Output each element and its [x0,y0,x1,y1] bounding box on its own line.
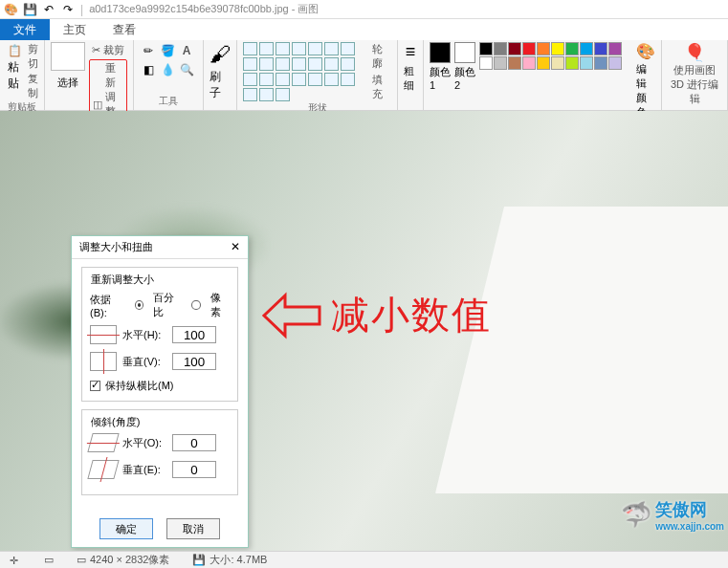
paint-app-icon: 🎨 [4,3,17,16]
shapes-gallery[interactable] [243,42,368,101]
group-tools: ✏ 🪣 A ◧ 💧 🔍 工具 [134,40,204,110]
group-paint3d[interactable]: 🎈 使用画图 3D 进行编辑 [662,40,728,110]
horizontal-input[interactable] [172,326,216,343]
color-swatch[interactable] [580,56,593,70]
ok-button[interactable]: 确定 [99,518,153,539]
radio-percent[interactable] [135,300,143,310]
brush-icon: 🖌 [210,42,231,67]
group-size: ≡ 粗细 [398,40,424,110]
group-brush: 🖌 刷子 [204,40,237,110]
dimensions-label: ▭ 4240 × 2832像素 [77,553,169,567]
group-clipboard: 📋 粘贴 剪切 复制 剪贴板 [0,40,45,110]
radio-pixels[interactable] [191,300,200,310]
shark-icon: 🦈 [621,500,651,530]
crop-icon: ✂ [92,44,100,56]
skew-v-icon [87,460,119,479]
cancel-button[interactable]: 取消 [166,518,220,539]
eyedropper-icon[interactable]: 💧 [159,61,176,78]
filesize-label: 💾 大小: 4.7MB [192,553,267,567]
color2-button[interactable]: 颜色 2 [454,42,475,91]
canvas-area[interactable]: 调整大小和扭曲 ✕ 重新调整大小 依据(B): 百分比 像素 水平(H): [0,111,728,551]
tab-home[interactable]: 主页 [50,19,99,40]
color-swatch[interactable] [508,42,521,55]
vertical-input[interactable] [172,353,216,370]
color-swatch[interactable] [565,56,579,70]
color-swatch[interactable] [565,42,579,55]
status-bar: ✛ ▭ ▭ 4240 × 2832像素 💾 大小: 4.7MB [0,551,728,568]
tab-view[interactable]: 查看 [99,19,149,40]
color-swatch[interactable] [580,42,593,55]
skew-h-input[interactable] [172,434,216,451]
horizontal-icon [90,325,117,344]
color-swatch[interactable] [594,56,607,70]
eraser-icon[interactable]: ◧ [140,61,157,78]
select-region-icon[interactable] [51,42,85,71]
edit-colors-button[interactable]: 🎨 编辑颜色 [636,42,655,120]
shape-outline-button[interactable]: 轮廓 [372,42,392,71]
cursor-pos-icon: ✛ [10,555,21,566]
resize-icon: ◫ [93,98,102,111]
selection-icon: ▭ [44,554,54,566]
close-icon[interactable]: ✕ [231,240,240,254]
save-icon[interactable]: 💾 [23,3,36,16]
color-swatch[interactable] [594,42,607,55]
group-shapes: 轮廓 填充 形状 [237,40,398,110]
resize-legend: 重新调整大小 [88,273,157,287]
color-swatch[interactable] [608,42,622,55]
crop-button[interactable]: ✂裁剪 [89,42,127,58]
undo-icon[interactable]: ↶ [42,3,55,16]
skew-legend: 倾斜(角度) [88,415,143,429]
resize-skew-dialog: 调整大小和扭曲 ✕ 重新调整大小 依据(B): 百分比 像素 水平(H): [71,235,249,548]
color-swatch[interactable] [551,42,564,55]
clipboard-icon: 📋 [8,44,22,57]
dialog-title: 调整大小和扭曲 [79,240,153,254]
color1-button[interactable]: 颜色 1 [430,42,451,91]
maintain-ratio-checkbox[interactable] [90,381,100,391]
skew-h-icon [87,433,119,452]
paste-button[interactable]: 📋 粘贴 [6,42,24,94]
color-swatch[interactable] [494,56,507,70]
color-swatch[interactable] [522,56,536,70]
color-swatch[interactable] [479,56,493,70]
watermark: 🦈 笑傲网 www.xajjn.com [621,498,724,532]
select-button[interactable]: 选择 [57,76,78,90]
annotation: 减小数值 [258,289,492,341]
ribbon: 📋 粘贴 剪切 复制 剪贴板 选择 ✂裁剪 ◫重新调整大小 ⟳旋转 图像 [0,40,728,111]
zoom-icon[interactable]: 🔍 [178,61,195,78]
group-image: 选择 ✂裁剪 ◫重新调整大小 ⟳旋转 图像 [45,40,134,110]
shape-fill-button[interactable]: 填充 [372,73,392,101]
balloon-icon: 🎈 [684,42,705,63]
by-label: 依据(B): [90,293,125,318]
ribbon-tabs: 文件 主页 查看 [0,19,728,40]
color-swatch[interactable] [522,42,536,55]
palette-icon: 🎨 [636,42,655,60]
color-swatch[interactable] [494,42,507,55]
tab-file[interactable]: 文件 [0,19,50,40]
brush-button[interactable]: 🖌 刷子 [210,42,231,101]
copy-button[interactable]: 复制 [28,72,38,100]
color-swatch[interactable] [508,56,521,70]
window-title: a0d173ce9a9992c154b6e39078fc00bb.jpg - 画… [89,2,319,16]
vertical-icon [90,352,117,371]
text-icon[interactable]: A [178,42,195,59]
title-bar: 🎨 💾 ↶ ↷ | a0d173ce9a9992c154b6e39078fc00… [0,0,728,19]
color-palette[interactable] [479,42,632,70]
line-width-icon[interactable]: ≡ [406,42,416,62]
color-swatch[interactable] [608,56,622,70]
color-swatch[interactable] [537,42,550,55]
color-swatch[interactable] [479,42,493,55]
fill-icon[interactable]: 🪣 [159,42,176,59]
redo-icon[interactable]: ↷ [61,3,75,16]
color-swatch[interactable] [537,56,550,70]
group-colors: 颜色 1 颜色 2 🎨 编辑颜色 颜色 [424,40,662,110]
color-swatch[interactable] [551,56,564,70]
pencil-icon[interactable]: ✏ [140,42,157,59]
group-label-tools: 工具 [159,95,178,110]
arrow-left-icon [258,290,325,341]
skew-v-input[interactable] [172,461,216,478]
cut-button[interactable]: 剪切 [28,42,38,71]
